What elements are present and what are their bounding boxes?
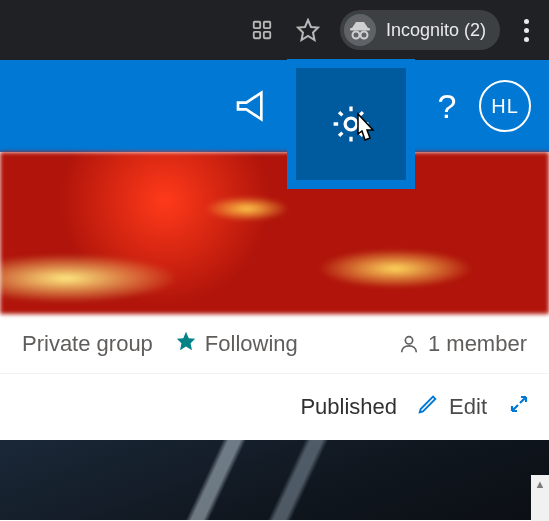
edit-button[interactable]: Edit xyxy=(417,393,487,421)
scroll-up-arrow[interactable]: ▲ xyxy=(531,475,549,493)
svg-marker-4 xyxy=(298,20,318,40)
app-header: ? HL xyxy=(0,60,549,152)
browser-toolbar: Incognito (2) xyxy=(0,0,549,60)
publish-status: Published xyxy=(300,394,397,420)
svg-marker-10 xyxy=(177,331,195,349)
user-avatar[interactable]: HL xyxy=(479,80,531,132)
browser-menu-icon[interactable] xyxy=(518,19,535,42)
group-type-label: Private group xyxy=(22,331,153,357)
edit-label: Edit xyxy=(449,394,487,420)
settings-button-highlighted[interactable] xyxy=(287,59,415,189)
follow-toggle[interactable]: Following xyxy=(175,330,298,358)
incognito-icon xyxy=(344,14,376,46)
svg-rect-5 xyxy=(350,28,370,31)
star-filled-icon xyxy=(175,330,197,358)
following-label: Following xyxy=(205,331,298,357)
pencil-icon xyxy=(417,393,439,421)
members-label: 1 member xyxy=(428,331,527,357)
expand-icon[interactable] xyxy=(507,392,531,422)
svg-rect-3 xyxy=(264,32,270,38)
extensions-icon[interactable] xyxy=(248,16,276,44)
svg-rect-2 xyxy=(254,32,260,38)
incognito-badge[interactable]: Incognito (2) xyxy=(340,10,500,50)
vertical-scrollbar[interactable]: ▲ xyxy=(531,475,549,521)
site-banner-image xyxy=(0,152,549,314)
person-icon xyxy=(398,333,420,355)
page-content-image xyxy=(0,440,549,520)
avatar-initials: HL xyxy=(491,95,519,118)
svg-point-6 xyxy=(352,32,359,39)
bookmark-star-icon[interactable] xyxy=(294,16,322,44)
help-icon[interactable]: ? xyxy=(425,87,469,126)
page-action-bar: Published Edit xyxy=(0,374,549,440)
svg-point-7 xyxy=(360,32,367,39)
gear-icon xyxy=(329,102,373,146)
members-link[interactable]: 1 member xyxy=(398,331,527,357)
site-info-bar: Private group Following 1 member xyxy=(0,314,549,374)
svg-point-9 xyxy=(345,118,357,130)
incognito-label: Incognito (2) xyxy=(386,20,486,41)
svg-rect-0 xyxy=(254,22,260,28)
svg-point-11 xyxy=(405,336,412,343)
svg-rect-1 xyxy=(264,22,270,28)
megaphone-icon[interactable] xyxy=(225,78,281,134)
